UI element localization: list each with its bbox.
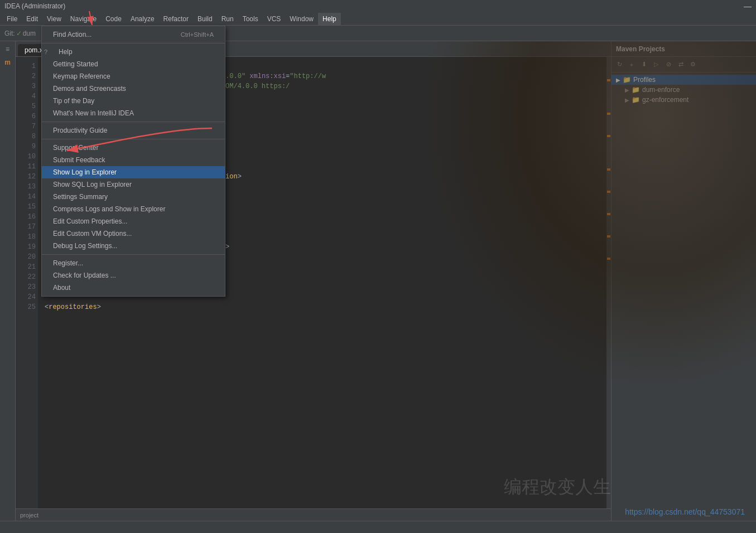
maven-arrow-icon-2: ▶	[625, 87, 629, 93]
help-question-icon: ?	[44, 49, 47, 55]
title-bar-text: IDEA (Administrator)	[4, 2, 65, 10]
maven-gz-enforcement-label: gz-enforcement	[642, 96, 688, 104]
separator-3	[42, 139, 225, 139]
separator-4	[42, 254, 225, 255]
dropdown-keymap[interactable]: Keymap Reference	[42, 70, 225, 83]
sidebar-icon-m[interactable]: m	[2, 57, 13, 68]
menu-item-file[interactable]: File	[2, 13, 22, 25]
dropdown-support[interactable]: Support Center	[42, 142, 225, 154]
maven-title: Maven Projects	[616, 45, 665, 53]
scroll-mark-3	[607, 135, 610, 137]
maven-folder-icon-3: 📁	[632, 96, 640, 104]
dropdown-edit-props[interactable]: Edit Custom Properties...	[42, 215, 225, 227]
menu-item-edit[interactable]: Edit	[22, 13, 42, 25]
sidebar-icon-structure[interactable]: ≡	[2, 43, 13, 55]
menu-item-run[interactable]: Run	[217, 13, 238, 25]
dropdown-check-updates[interactable]: Check for Updates ...	[42, 269, 225, 282]
find-action-shortcut: Ctrl+Shift+A	[181, 31, 214, 38]
dropdown-settings-summary[interactable]: Settings Summary	[42, 191, 225, 203]
maven-arrow-icon-3: ▶	[625, 97, 629, 103]
code-line-25: <repositories>	[45, 302, 604, 312]
dropdown-whats-new[interactable]: What's New in IntelliJ IDEA	[42, 107, 225, 119]
title-bar: IDEA (Administrator) —	[0, 0, 756, 12]
support-label: Support Center	[53, 144, 98, 152]
maven-settings-btn[interactable]: ⚙	[687, 59, 699, 70]
maven-dum-enforce-row[interactable]: ▶ 📁 dum-enforce	[611, 85, 756, 95]
dropdown-getting-started[interactable]: Getting Started	[42, 58, 225, 70]
scroll-mark-2	[607, 113, 610, 115]
getting-started-label: Getting Started	[53, 60, 98, 68]
compress-logs-label: Compress Logs and Show in Explorer	[53, 205, 165, 213]
maven-header: Maven Projects	[611, 41, 756, 57]
maven-run-btn[interactable]: ▷	[651, 59, 662, 70]
dropdown-debug-log[interactable]: Debug Log Settings...	[42, 240, 225, 252]
dropdown-compress-logs[interactable]: Compress Logs and Show in Explorer	[42, 203, 225, 215]
dropdown-about[interactable]: About	[42, 282, 225, 294]
maven-folder-icon: 📁	[623, 76, 631, 84]
dropdown-edit-vm[interactable]: Edit Custom VM Options...	[42, 227, 225, 240]
show-log-label: Show Log in Explorer	[53, 168, 117, 176]
maven-gz-enforcement-row[interactable]: ▶ 📁 gz-enforcement	[611, 95, 756, 105]
scroll-mark-8	[607, 258, 610, 260]
dropdown-show-sql-log[interactable]: Show SQL Log in Explorer	[42, 178, 225, 191]
productivity-label: Productivity Guide	[53, 127, 107, 134]
dropdown-tip[interactable]: Tip of the Day	[42, 95, 225, 107]
menu-item-build[interactable]: Build	[193, 13, 217, 25]
dropdown-productivity[interactable]: Productivity Guide	[42, 124, 225, 137]
whats-new-label: What's New in IntelliJ IDEA	[53, 109, 134, 117]
scroll-mark-1	[607, 79, 610, 81]
scroll-mark-6	[607, 213, 610, 215]
maven-folder-icon-2: 📁	[632, 86, 640, 94]
dropdown-help[interactable]: ? Help	[42, 46, 225, 58]
dropdown-register[interactable]: Register...	[42, 257, 225, 269]
title-bar-close[interactable]: —	[744, 2, 752, 11]
dropdown-show-log[interactable]: Show Log in Explorer	[42, 166, 225, 178]
check-updates-label: Check for Updates ...	[53, 272, 116, 279]
bottom-tabs: project	[16, 508, 611, 521]
show-sql-log-label: Show SQL Log in Explorer	[53, 181, 132, 188]
help-dropdown: Find Action... Ctrl+Shift+A ? Help Getti…	[41, 26, 225, 297]
git-check-icon: ✓	[16, 30, 22, 37]
maven-download-btn[interactable]: ⬇	[638, 59, 649, 70]
register-label: Register...	[53, 259, 83, 267]
maven-refresh-btn[interactable]: ↻	[614, 59, 625, 70]
feedback-label: Submit Feedback	[53, 156, 105, 164]
dropdown-find-action[interactable]: Find Action... Ctrl+Shift+A	[42, 28, 225, 41]
project-tab[interactable]: project	[16, 511, 43, 520]
settings-summary-label: Settings Summary	[53, 193, 108, 201]
about-label: About	[53, 284, 70, 292]
find-action-label: Find Action...	[53, 31, 92, 38]
blog-url: https://blog.csdn.net/qq_44753071	[625, 507, 745, 516]
status-bar	[0, 521, 756, 533]
menu-item-tools[interactable]: Tools	[238, 13, 263, 25]
maven-arrow-icon: ▶	[616, 77, 620, 83]
git-branch: dum	[23, 30, 36, 37]
separator-2	[42, 122, 225, 122]
maven-skip-btn[interactable]: ⊘	[663, 59, 674, 70]
menu-item-analyze[interactable]: Analyze	[126, 13, 159, 25]
menu-item-view[interactable]: View	[42, 13, 66, 25]
maven-dum-enforce-label: dum-enforce	[642, 86, 680, 94]
keymap-label: Keymap Reference	[53, 72, 110, 80]
dropdown-feedback[interactable]: Submit Feedback	[42, 154, 225, 166]
dropdown-demos[interactable]: Demos and Screencasts	[42, 83, 225, 95]
maven-add-btn[interactable]: +	[626, 59, 637, 70]
tip-label: Tip of the Day	[53, 97, 94, 105]
scroll-mark-5	[607, 191, 610, 193]
edit-props-label: Edit Custom Properties...	[53, 217, 127, 225]
menu-item-code[interactable]: Code	[101, 13, 126, 25]
maven-toolbar: ↻ + ⬇ ▷ ⊘ ⇄ ⚙	[611, 57, 756, 72]
maven-toggle-btn[interactable]: ⇄	[675, 59, 686, 70]
scroll-indicator[interactable]	[606, 57, 611, 533]
left-sidebar: ≡ m	[0, 41, 16, 533]
debug-log-label: Debug Log Settings...	[53, 242, 117, 250]
menu-item-vcs[interactable]: VCS	[263, 13, 286, 25]
menu-item-window[interactable]: Window	[285, 13, 318, 25]
menu-item-help[interactable]: Help	[318, 13, 341, 25]
line-numbers: 12345 678910 1112131415 1617181920 21222…	[16, 57, 38, 533]
maven-profiles-row[interactable]: ▶ 📁 Profiles	[611, 75, 756, 85]
menu-bar: File Edit View Navigate Code Analyze Ref…	[0, 12, 756, 26]
menu-item-navigate[interactable]: Navigate	[66, 13, 101, 25]
demos-label: Demos and Screencasts	[53, 85, 126, 93]
menu-item-refactor[interactable]: Refactor	[159, 13, 193, 25]
